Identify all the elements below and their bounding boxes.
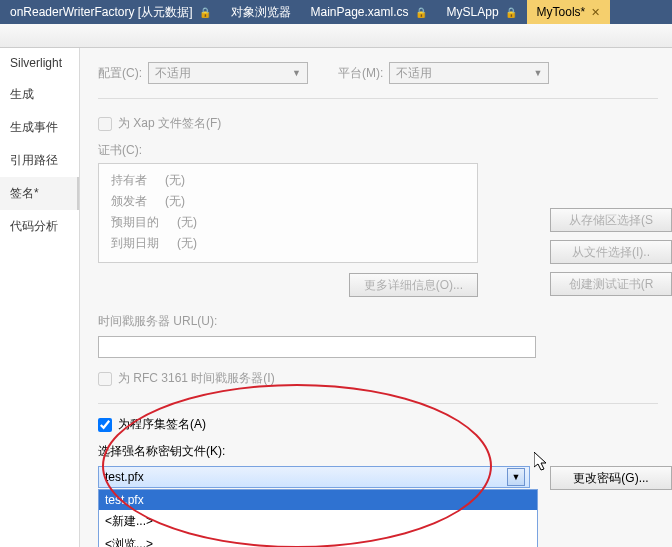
side-silverlight[interactable]: Silverlight [0, 48, 79, 78]
config-label: 配置(C): [98, 65, 142, 82]
side-code-analysis[interactable]: 代码分析 [0, 210, 79, 243]
keyfile-dropdown-list: test.pfx <新建...> <浏览...> [98, 489, 538, 547]
chevron-down-icon: ▼ [533, 68, 542, 78]
ts-url-label: 时间戳服务器 URL(U): [98, 313, 672, 330]
tab-myslapp[interactable]: MySLApp🔒 [437, 0, 527, 24]
tab-mainpage[interactable]: MainPage.xaml.cs🔒 [301, 0, 437, 24]
side-build[interactable]: 生成 [0, 78, 79, 111]
cert-issuer-k: 颁发者 [111, 193, 147, 210]
cert-holder-k: 持有者 [111, 172, 147, 189]
sign-xap-checkbox [98, 117, 112, 131]
sign-assembly-checkbox[interactable] [98, 418, 112, 432]
close-icon[interactable]: ✕ [591, 6, 600, 19]
keyfile-option-new[interactable]: <新建...> [99, 510, 537, 533]
cert-box: 持有者(无) 颁发者(无) 预期目的(无) 到期日期(无) [98, 163, 478, 263]
chevron-down-icon: ▼ [292, 68, 301, 78]
keyfile-dropdown[interactable]: test.pfx ▼ test.pfx <新建...> <浏览...> [98, 466, 530, 488]
sign-xap-label: 为 Xap 文件签名(F) [118, 115, 221, 132]
tab-object-browser[interactable]: 对象浏览器 [221, 0, 301, 24]
platform-dropdown: 不适用▼ [389, 62, 549, 84]
cert-label: 证书(C): [98, 142, 672, 159]
cert-holder-v: (无) [165, 172, 185, 189]
tab-mytools[interactable]: MyTools*✕ [527, 0, 611, 24]
keyfile-option-browse[interactable]: <浏览...> [99, 533, 537, 547]
sign-assembly-label: 为程序集签名(A) [118, 416, 206, 433]
more-info-button: 更多详细信息(O)... [349, 273, 478, 297]
toolbar [0, 24, 672, 48]
keyfile-option[interactable]: test.pfx [99, 490, 537, 510]
side-signing[interactable]: 签名* [0, 177, 79, 210]
config-dropdown: 不适用▼ [148, 62, 308, 84]
select-from-file-button: 从文件选择(I).. [550, 240, 672, 264]
cert-purpose-k: 预期目的 [111, 214, 159, 231]
lock-icon: 🔒 [415, 7, 427, 18]
create-test-cert-button: 创建测试证书(R [550, 272, 672, 296]
keyfile-label: 选择强名称密钥文件(K): [98, 443, 672, 460]
side-ref-paths[interactable]: 引用路径 [0, 144, 79, 177]
document-tabs: onReaderWriterFactory [从元数据]🔒 对象浏览器 Main… [0, 0, 672, 24]
cert-issuer-v: (无) [165, 193, 185, 210]
property-page-tabs: Silverlight 生成 生成事件 引用路径 签名* 代码分析 [0, 48, 80, 547]
cert-purpose-v: (无) [177, 214, 197, 231]
side-build-events[interactable]: 生成事件 [0, 111, 79, 144]
cert-expire-k: 到期日期 [111, 235, 159, 252]
signing-page: 配置(C): 不适用▼ 平台(M): 不适用▼ 为 Xap 文件签名(F) 证书… [80, 48, 672, 547]
rfc-label: 为 RFC 3161 时间戳服务器(I) [118, 370, 275, 387]
cert-expire-v: (无) [177, 235, 197, 252]
ts-url-input [98, 336, 536, 358]
lock-icon: 🔒 [505, 7, 517, 18]
lock-icon: 🔒 [199, 7, 211, 18]
platform-label: 平台(M): [338, 65, 383, 82]
rfc-checkbox [98, 372, 112, 386]
change-password-button[interactable]: 更改密码(G)... [550, 466, 672, 490]
keyfile-selected: test.pfx [105, 470, 144, 484]
chevron-down-icon[interactable]: ▼ [507, 468, 525, 486]
select-from-store-button: 从存储区选择(S [550, 208, 672, 232]
tab-readerwriter[interactable]: onReaderWriterFactory [从元数据]🔒 [0, 0, 221, 24]
